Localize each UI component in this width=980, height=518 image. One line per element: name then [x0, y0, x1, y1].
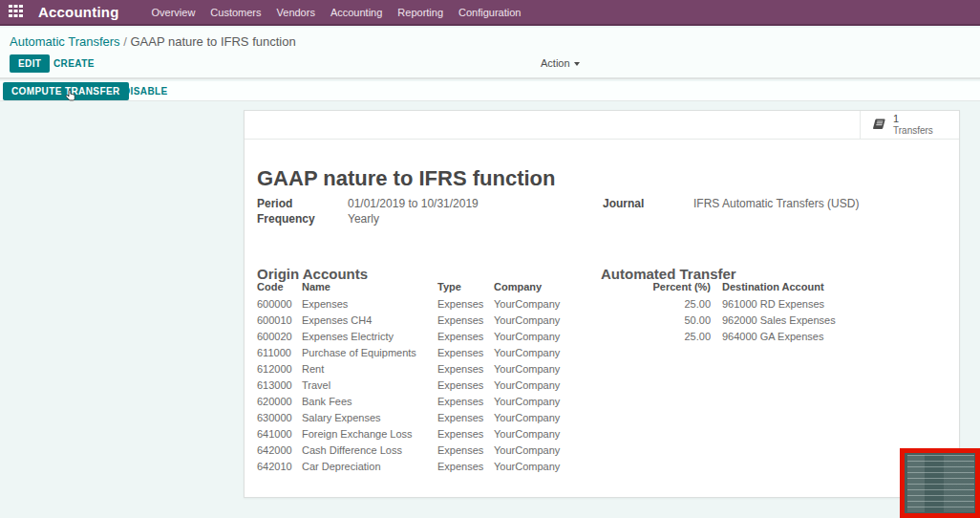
- origin-account-row[interactable]: 612000 Rent Expenses YourCompany: [257, 360, 618, 377]
- account-name: Purchase of Equipments: [302, 347, 437, 358]
- automated-transfer-row[interactable]: 50.00 962000 Sales Expenses: [627, 312, 884, 328]
- nav-menu-item[interactable]: Configuration: [458, 7, 521, 18]
- account-code: 642000: [257, 444, 302, 456]
- origin-account-row[interactable]: 600000 Expenses Expenses YourCompany: [257, 295, 618, 312]
- transfer-percent: 50.00: [627, 314, 711, 326]
- period-value: 01/01/2019 to 10/31/2019: [348, 197, 479, 210]
- origin-account-row[interactable]: 600010 Expenses CH4 Expenses YourCompany: [257, 312, 618, 328]
- breadcrumb-current: GAAP nature to IFRS function: [130, 34, 295, 49]
- account-company: YourCompany: [494, 298, 618, 310]
- transfer-percent: 25.00: [627, 331, 711, 342]
- account-name: Foreign Exchange Loss: [302, 428, 437, 440]
- transfer-percent: 25.00: [627, 298, 711, 310]
- account-company: YourCompany: [494, 347, 618, 358]
- account-code: 630000: [257, 412, 302, 423]
- account-type: Expenses: [437, 331, 494, 342]
- account-company: YourCompany: [494, 379, 618, 391]
- column-header-code: Code: [257, 281, 302, 292]
- nav-menu-item[interactable]: Accounting: [330, 7, 382, 18]
- create-button[interactable]: CREATE: [45, 54, 103, 73]
- origin-account-row[interactable]: 630000 Salary Expenses Expenses YourComp…: [257, 409, 618, 425]
- account-type: Expenses: [437, 396, 494, 407]
- nav-menu-item[interactable]: Overview: [152, 7, 196, 18]
- account-company: YourCompany: [494, 396, 618, 407]
- origin-account-row[interactable]: 641000 Foreign Exchange Loss Expenses Yo…: [257, 425, 618, 442]
- account-type: Expenses: [437, 298, 494, 310]
- journal-book-icon: [872, 118, 886, 132]
- account-company: YourCompany: [494, 412, 618, 423]
- automated-transfer-row[interactable]: 25.00 964000 GA Expenses: [627, 328, 884, 344]
- column-header-name: Name: [302, 281, 437, 292]
- origin-account-row[interactable]: 600020 Expenses Electricty Expenses Your…: [257, 328, 618, 344]
- stat-label: Transfers: [893, 125, 933, 137]
- nav-menu-item[interactable]: Vendors: [277, 7, 315, 18]
- account-type: Expenses: [437, 428, 494, 440]
- account-code: 642010: [257, 461, 302, 472]
- action-dropdown[interactable]: Action: [541, 57, 580, 69]
- account-company: YourCompany: [494, 331, 618, 342]
- column-header-company: Company: [494, 281, 618, 292]
- origin-account-row[interactable]: 620000 Bank Fees Expenses YourCompany: [257, 393, 618, 409]
- account-name: Expenses Electricty: [302, 331, 437, 342]
- nav-menu-item[interactable]: Customers: [210, 7, 261, 18]
- account-company: YourCompany: [494, 428, 618, 440]
- account-code: 612000: [257, 363, 302, 375]
- top-navbar: Accounting Overview Customers Vendors Ac…: [0, 0, 980, 26]
- frequency-label: Frequency: [257, 212, 315, 226]
- origin-account-row[interactable]: 642010 Car Depreciation Expenses YourCom…: [257, 458, 618, 474]
- frequency-value: Yearly: [348, 212, 379, 226]
- disable-button[interactable]: DISABLE: [115, 82, 177, 100]
- account-code: 641000: [257, 428, 302, 440]
- account-name: Expenses CH4: [302, 314, 437, 326]
- column-header-percent: Percent (%): [627, 281, 711, 292]
- nav-menu-item[interactable]: Reporting: [397, 7, 443, 18]
- account-type: Expenses: [437, 412, 494, 423]
- column-header-destination: Destination Account: [722, 281, 884, 292]
- account-name: Bank Fees: [302, 396, 437, 407]
- breadcrumb: Automatic Transfers / GAAP nature to IFR…: [10, 34, 296, 49]
- account-type: Expenses: [437, 444, 494, 456]
- compute-transfer-button[interactable]: COMPUTE TRANSFER: [3, 82, 129, 100]
- chevron-down-icon: [574, 62, 580, 66]
- stat-text: 1 Transfers: [893, 113, 933, 136]
- account-type: Expenses: [437, 347, 494, 358]
- record-sheet: GAAP nature to IFRS function Period 01/0…: [245, 140, 959, 497]
- account-company: YourCompany: [494, 363, 618, 375]
- app-window: Accounting Overview Customers Vendors Ac…: [0, 0, 980, 518]
- breadcrumb-separator: /: [123, 34, 127, 49]
- automated-transfer-row[interactable]: 25.00 961000 RD Expenses: [627, 295, 884, 312]
- account-code: 600000: [257, 298, 302, 310]
- account-code: 600020: [257, 331, 302, 342]
- form-statusbar: COMPUTE TRANSFER DISABLE: [0, 81, 980, 101]
- account-code: 600010: [257, 314, 302, 326]
- top-menu: Overview Customers Vendors Accounting Re…: [152, 7, 522, 18]
- account-code: 620000: [257, 396, 302, 407]
- breadcrumb-parent[interactable]: Automatic Transfers: [10, 34, 120, 49]
- account-type: Expenses: [437, 314, 494, 326]
- account-name: Car Depreciation: [302, 461, 437, 472]
- apps-menu-icon[interactable]: [0, 5, 31, 19]
- account-type: Expenses: [437, 461, 494, 472]
- account-type: Expenses: [437, 363, 494, 375]
- record-title: GAAP nature to IFRS function: [257, 166, 555, 191]
- period-label: Period: [257, 197, 292, 210]
- automated-transfer-table: Percent (%) Destination Account 25.00 96…: [627, 278, 884, 344]
- account-name: Travel: [302, 379, 437, 391]
- record-card: 1 Transfers GAAP nature to IFRS function…: [244, 110, 960, 498]
- transfer-destination-account: 962000 Sales Expenses: [722, 314, 884, 326]
- stat-button-strip: 1 Transfers: [245, 111, 959, 140]
- account-company: YourCompany: [494, 444, 618, 456]
- journal-value: IFRS Automatic Transfers (USD): [693, 197, 859, 210]
- stat-count: 1: [893, 113, 933, 125]
- account-name: Salary Expenses: [302, 412, 437, 423]
- zoom-preview-overlay: [900, 448, 980, 518]
- action-dropdown-label: Action: [541, 57, 570, 69]
- app-title[interactable]: Accounting: [38, 4, 119, 20]
- origin-account-row[interactable]: 611000 Purchase of Equipments Expenses Y…: [257, 344, 618, 360]
- account-company: YourCompany: [494, 461, 618, 472]
- origin-account-row[interactable]: 613000 Travel Expenses YourCompany: [257, 377, 618, 393]
- account-name: Rent: [302, 363, 437, 375]
- transfers-stat-button[interactable]: 1 Transfers: [860, 111, 959, 139]
- origin-account-row[interactable]: 642000 Cash Difference Loss Expenses You…: [257, 442, 618, 458]
- account-company: YourCompany: [494, 314, 618, 326]
